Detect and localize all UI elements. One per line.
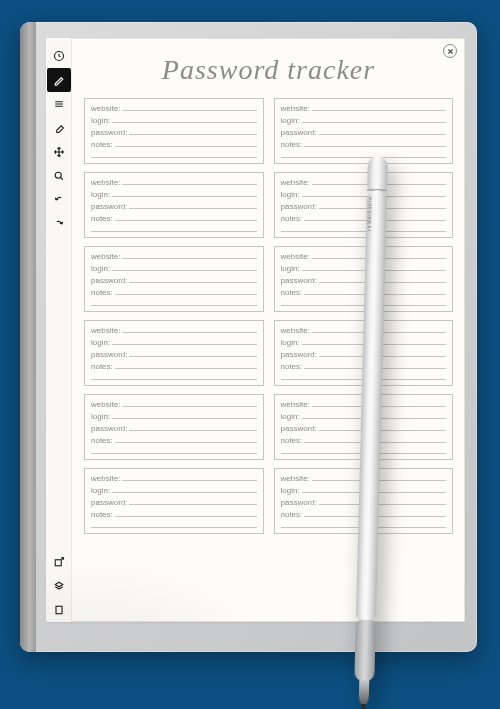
- entry-card[interactable]: website:login:password:notes:: [274, 246, 454, 312]
- entry-field-login[interactable]: login:: [91, 189, 257, 201]
- entry-field-password[interactable]: password:: [281, 275, 447, 287]
- field-line[interactable]: [312, 178, 446, 185]
- entry-card[interactable]: website:login:password:notes:: [274, 468, 454, 534]
- entry-field-login[interactable]: login:: [91, 337, 257, 349]
- entry-field-website[interactable]: website:: [281, 473, 447, 485]
- entry-field-website[interactable]: website:: [281, 103, 447, 115]
- field-line[interactable]: [304, 362, 446, 369]
- field-line[interactable]: [319, 276, 446, 283]
- field-line[interactable]: [115, 288, 257, 295]
- field-line[interactable]: [302, 412, 446, 419]
- entry-field-login[interactable]: login:: [281, 189, 447, 201]
- field-line[interactable]: [91, 521, 257, 528]
- field-line[interactable]: [319, 202, 446, 209]
- entry-field-login[interactable]: login:: [281, 485, 447, 497]
- field-line[interactable]: [312, 474, 446, 481]
- export-icon[interactable]: [47, 550, 71, 574]
- eraser-icon[interactable]: [47, 116, 71, 140]
- entry-field-password[interactable]: password:: [281, 127, 447, 139]
- field-line[interactable]: [122, 252, 256, 259]
- field-line[interactable]: [112, 486, 256, 493]
- field-line[interactable]: [304, 288, 446, 295]
- field-line[interactable]: [129, 202, 256, 209]
- entry-field-password[interactable]: password:: [91, 497, 257, 509]
- lines-icon[interactable]: [47, 92, 71, 116]
- field-line[interactable]: [115, 214, 257, 221]
- entry-field-notes-extra[interactable]: [281, 373, 447, 380]
- undo-icon[interactable]: [47, 188, 71, 212]
- entry-field-notes[interactable]: notes:: [91, 139, 257, 151]
- page-icon[interactable]: [47, 598, 71, 622]
- entry-card[interactable]: website:login:password:notes:: [84, 468, 264, 534]
- entry-card[interactable]: website:login:password:notes:: [84, 246, 264, 312]
- field-line[interactable]: [312, 252, 446, 259]
- entry-field-password[interactable]: password:: [281, 349, 447, 361]
- field-line[interactable]: [304, 436, 446, 443]
- field-line[interactable]: [112, 190, 256, 197]
- field-line[interactable]: [112, 338, 256, 345]
- field-line[interactable]: [115, 140, 257, 147]
- field-line[interactable]: [312, 400, 446, 407]
- entry-field-notes[interactable]: notes:: [91, 361, 257, 373]
- entry-field-login[interactable]: login:: [91, 263, 257, 275]
- entry-field-login[interactable]: login:: [91, 411, 257, 423]
- entry-field-notes[interactable]: notes:: [91, 435, 257, 447]
- field-line[interactable]: [122, 326, 256, 333]
- layers-icon[interactable]: [47, 574, 71, 598]
- entry-field-notes[interactable]: notes:: [281, 213, 447, 225]
- entry-field-notes[interactable]: notes:: [91, 509, 257, 521]
- field-line[interactable]: [112, 264, 256, 271]
- entry-field-website[interactable]: website:: [91, 473, 257, 485]
- redo-icon[interactable]: [47, 212, 71, 236]
- entry-field-notes-extra[interactable]: [281, 521, 447, 528]
- field-line[interactable]: [281, 447, 447, 454]
- field-line[interactable]: [319, 350, 446, 357]
- field-line[interactable]: [91, 373, 257, 380]
- entry-field-notes-extra[interactable]: [281, 225, 447, 232]
- entry-field-website[interactable]: website:: [281, 177, 447, 189]
- field-line[interactable]: [91, 447, 257, 454]
- field-line[interactable]: [302, 190, 446, 197]
- entry-field-notes-extra[interactable]: [91, 151, 257, 158]
- field-line[interactable]: [129, 350, 256, 357]
- field-line[interactable]: [319, 498, 446, 505]
- entry-field-website[interactable]: website:: [91, 251, 257, 263]
- field-line[interactable]: [91, 299, 257, 306]
- entry-card[interactable]: website:login:password:notes:: [274, 320, 454, 386]
- entry-field-notes-extra[interactable]: [281, 151, 447, 158]
- pen-icon[interactable]: [47, 68, 71, 92]
- entry-field-notes-extra[interactable]: [91, 447, 257, 454]
- entry-field-login[interactable]: login:: [91, 485, 257, 497]
- entry-field-notes-extra[interactable]: [91, 521, 257, 528]
- field-line[interactable]: [319, 128, 446, 135]
- entry-field-login[interactable]: login:: [91, 115, 257, 127]
- entry-field-password[interactable]: password:: [91, 201, 257, 213]
- entry-field-website[interactable]: website:: [281, 325, 447, 337]
- field-line[interactable]: [302, 264, 446, 271]
- field-line[interactable]: [304, 140, 446, 147]
- entry-card[interactable]: website:login:password:notes:: [274, 98, 454, 164]
- field-line[interactable]: [115, 510, 257, 517]
- entry-field-website[interactable]: website:: [91, 177, 257, 189]
- zoom-icon[interactable]: [47, 164, 71, 188]
- move-icon[interactable]: [47, 140, 71, 164]
- entry-field-password[interactable]: password:: [91, 349, 257, 361]
- field-line[interactable]: [281, 299, 447, 306]
- entry-field-website[interactable]: website:: [91, 399, 257, 411]
- entry-field-notes-extra[interactable]: [91, 373, 257, 380]
- field-line[interactable]: [112, 116, 256, 123]
- entry-card[interactable]: website:login:password:notes:: [84, 98, 264, 164]
- field-line[interactable]: [115, 436, 257, 443]
- field-line[interactable]: [129, 424, 256, 431]
- field-line[interactable]: [122, 474, 256, 481]
- entry-field-notes-extra[interactable]: [91, 225, 257, 232]
- entry-card[interactable]: website:login:password:notes:: [274, 172, 454, 238]
- entry-field-login[interactable]: login:: [281, 337, 447, 349]
- entry-field-password[interactable]: password:: [91, 275, 257, 287]
- field-line[interactable]: [115, 362, 257, 369]
- entry-field-notes-extra[interactable]: [281, 447, 447, 454]
- field-line[interactable]: [129, 498, 256, 505]
- entry-field-notes[interactable]: notes:: [281, 139, 447, 151]
- entry-field-website[interactable]: website:: [281, 399, 447, 411]
- entry-field-website[interactable]: website:: [91, 103, 257, 115]
